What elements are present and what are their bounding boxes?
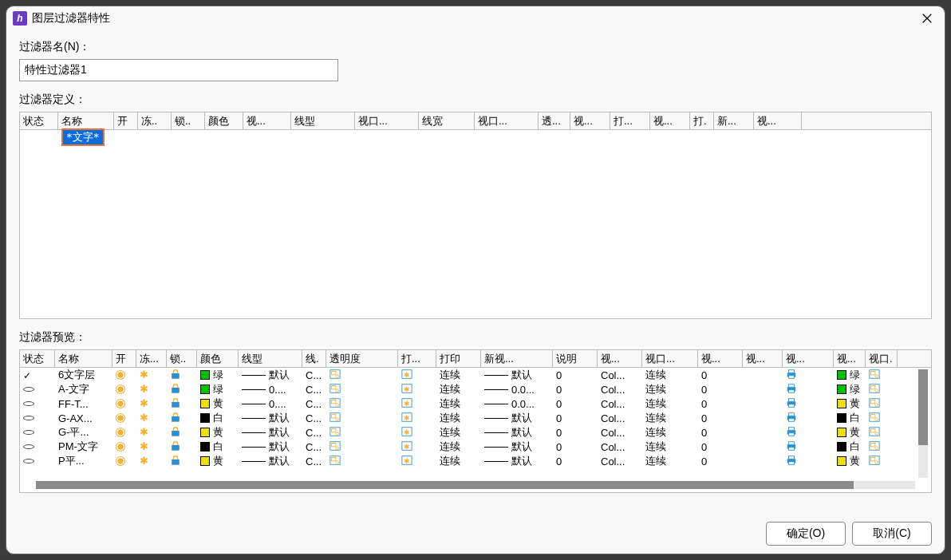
table-row[interactable]: G-AX...✱白默认C...✱连续默认0Col...连续0白 (20, 411, 931, 425)
column-header[interactable]: 视... (598, 350, 642, 367)
column-header[interactable]: 打... (398, 350, 436, 367)
column-header[interactable]: 打... (610, 112, 650, 129)
column-header[interactable]: 状态 (20, 112, 58, 129)
viewport-freeze-icon: ✱ (401, 383, 412, 396)
close-button[interactable] (916, 9, 938, 28)
column-header[interactable]: 视... (834, 350, 866, 367)
column-header[interactable]: 说明 (553, 350, 598, 367)
column-header[interactable]: 透... (539, 112, 570, 129)
layer-name: P平... (58, 454, 85, 468)
lightbulb-icon (116, 370, 125, 380)
lightbulb-icon (116, 413, 125, 423)
svg-rect-46 (871, 414, 875, 417)
column-header[interactable]: 新视... (481, 350, 553, 367)
svg-rect-31 (789, 398, 795, 401)
printer-icon (786, 440, 797, 454)
column-header[interactable]: 开 (114, 112, 138, 129)
cancel-button[interactable]: 取消(C) (852, 522, 932, 546)
horizontal-scrollbar[interactable] (36, 481, 915, 489)
column-header[interactable]: 线. (302, 350, 326, 367)
filter-def-label: 过滤器定义： (19, 93, 932, 107)
status-layer-icon (23, 387, 34, 392)
column-header[interactable]: 颜色 (197, 350, 239, 367)
linetype-icon (484, 404, 508, 404)
snowflake-icon: ✱ (140, 399, 149, 408)
column-header[interactable]: 视... (754, 112, 802, 129)
def-empty-row[interactable] (20, 144, 878, 159)
def-row[interactable]: *文字* (20, 130, 931, 144)
viewport-icon (329, 440, 341, 454)
titlebar: h 图层过滤器特性 (6, 6, 945, 30)
table-row[interactable]: A-文字✱绿0....C...✱连续0.0...0Col...连续0绿 (20, 382, 931, 396)
def-grid-header: 状态名称开冻..锁..颜色视...线型视口...线宽视口...透...视...打… (20, 112, 931, 130)
column-header[interactable]: 线型 (239, 350, 302, 367)
table-row[interactable]: 6文字层✱绿默认C...✱连续默认0Col...连续0绿 (20, 368, 931, 382)
column-header[interactable]: 名称 (55, 350, 112, 367)
scrollbar-thumb[interactable] (918, 369, 928, 445)
column-header[interactable]: 视口. (866, 350, 898, 367)
column-header[interactable]: 颜色 (205, 112, 243, 129)
svg-rect-56 (789, 432, 795, 436)
svg-point-3 (336, 374, 339, 377)
ok-button[interactable]: 确定(O) (766, 522, 846, 546)
column-header[interactable]: 名称 (58, 112, 114, 129)
column-header[interactable]: 视... (570, 112, 610, 129)
linetype-icon (242, 432, 266, 433)
column-header[interactable]: 锁.. (167, 350, 197, 367)
column-header[interactable]: 线型 (291, 112, 355, 129)
column-header[interactable]: 线宽 (419, 112, 475, 129)
dialog-title: 图层过滤器特性 (32, 11, 110, 26)
column-header[interactable]: 视口... (642, 350, 698, 367)
filter-prev-label: 过滤器预览： (19, 330, 932, 345)
column-header[interactable]: 状态 (20, 350, 55, 367)
filter-name-input[interactable] (19, 59, 338, 81)
linetype-icon (242, 461, 266, 462)
status-check-icon (23, 369, 31, 381)
linetype-icon (242, 389, 266, 390)
column-header[interactable]: 开 (112, 350, 136, 367)
snowflake-icon: ✱ (140, 456, 149, 466)
svg-rect-58 (871, 428, 875, 432)
column-header[interactable]: 视口... (355, 112, 419, 129)
table-row[interactable]: FF-T...✱黄0....C...✱连续0.0...0Col...连续0黄 (20, 396, 931, 411)
column-header[interactable]: 新... (714, 112, 754, 129)
linetype-icon (484, 375, 508, 376)
lock-icon (170, 412, 181, 425)
svg-rect-72 (172, 459, 180, 464)
color-swatch (200, 370, 210, 380)
vertical-scrollbar[interactable] (918, 369, 928, 478)
svg-text:✱: ✱ (404, 385, 410, 392)
column-header[interactable]: 冻... (136, 350, 167, 367)
color-swatch (200, 456, 210, 466)
column-header[interactable]: 打印 (436, 350, 481, 367)
column-header[interactable]: 锁.. (172, 112, 205, 129)
filter-prev-grid[interactable]: 状态名称开冻...锁..颜色线型线.透明度打...打印新视...说明视...视口… (19, 349, 932, 493)
column-header[interactable]: 视... (783, 350, 834, 367)
svg-rect-19 (789, 384, 795, 387)
linetype-icon (242, 447, 266, 448)
svg-text:✱: ✱ (404, 370, 410, 378)
layer-name: 6文字层 (58, 368, 95, 382)
column-header[interactable]: 视... (650, 112, 690, 129)
column-header[interactable]: 打. (690, 112, 714, 129)
status-layer-icon (23, 401, 34, 406)
column-header[interactable]: 视... (698, 350, 743, 367)
column-header[interactable]: 透明度 (326, 350, 398, 367)
svg-rect-20 (789, 389, 795, 392)
svg-point-71 (875, 446, 878, 449)
svg-point-47 (875, 417, 878, 420)
def-name-cell[interactable]: *文字* (61, 128, 105, 146)
table-row[interactable]: PM-文字✱白默认C...✱连续默认0Col...连续0白 (20, 440, 931, 454)
snowflake-icon: ✱ (140, 370, 149, 380)
svg-rect-43 (789, 412, 795, 416)
table-row[interactable]: P平...✱黄默认C...✱连续默认0Col...连续0黄 (20, 454, 931, 468)
column-header[interactable]: 视... (243, 112, 291, 129)
column-header[interactable]: 视... (743, 350, 783, 367)
table-row[interactable]: G-平...✱黄默认C...✱连续默认0Col...连续0黄 (20, 425, 931, 440)
filter-def-grid[interactable]: 状态名称开冻..锁..颜色视...线型视口...线宽视口...透...视...打… (19, 112, 932, 319)
prev-grid-body: 6文字层✱绿默认C...✱连续默认0Col...连续0绿A-文字✱绿0....C… (20, 368, 931, 468)
column-header[interactable]: 视口... (475, 112, 539, 129)
column-header[interactable]: 冻.. (138, 112, 172, 129)
linetype-icon (484, 389, 508, 390)
scrollbar-thumb[interactable] (36, 481, 854, 489)
